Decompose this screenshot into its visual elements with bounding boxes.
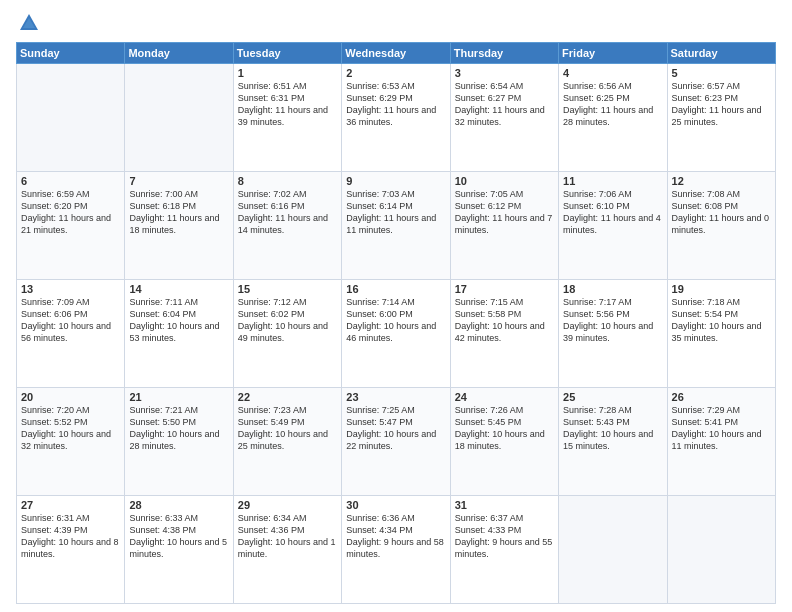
week-row-3: 20Sunrise: 7:20 AMSunset: 5:52 PMDayligh… <box>17 388 776 496</box>
day-number: 23 <box>346 391 445 403</box>
calendar-cell: 19Sunrise: 7:18 AMSunset: 5:54 PMDayligh… <box>667 280 775 388</box>
calendar-cell: 20Sunrise: 7:20 AMSunset: 5:52 PMDayligh… <box>17 388 125 496</box>
day-info: Sunrise: 6:31 AMSunset: 4:39 PMDaylight:… <box>21 512 120 561</box>
calendar-cell: 18Sunrise: 7:17 AMSunset: 5:56 PMDayligh… <box>559 280 667 388</box>
day-info: Sunrise: 6:59 AMSunset: 6:20 PMDaylight:… <box>21 188 120 237</box>
day-info: Sunrise: 6:56 AMSunset: 6:25 PMDaylight:… <box>563 80 662 129</box>
day-info: Sunrise: 7:18 AMSunset: 5:54 PMDaylight:… <box>672 296 771 345</box>
day-info: Sunrise: 7:21 AMSunset: 5:50 PMDaylight:… <box>129 404 228 453</box>
day-info: Sunrise: 7:09 AMSunset: 6:06 PMDaylight:… <box>21 296 120 345</box>
calendar-cell: 9Sunrise: 7:03 AMSunset: 6:14 PMDaylight… <box>342 172 450 280</box>
day-number: 27 <box>21 499 120 511</box>
day-info: Sunrise: 7:28 AMSunset: 5:43 PMDaylight:… <box>563 404 662 453</box>
weekday-header-friday: Friday <box>559 43 667 64</box>
weekday-header-sunday: Sunday <box>17 43 125 64</box>
calendar-cell: 28Sunrise: 6:33 AMSunset: 4:38 PMDayligh… <box>125 496 233 604</box>
page: SundayMondayTuesdayWednesdayThursdayFrid… <box>0 0 792 612</box>
calendar-cell: 24Sunrise: 7:26 AMSunset: 5:45 PMDayligh… <box>450 388 558 496</box>
calendar-cell: 30Sunrise: 6:36 AMSunset: 4:34 PMDayligh… <box>342 496 450 604</box>
calendar-cell: 3Sunrise: 6:54 AMSunset: 6:27 PMDaylight… <box>450 64 558 172</box>
weekday-header-monday: Monday <box>125 43 233 64</box>
calendar-cell: 13Sunrise: 7:09 AMSunset: 6:06 PMDayligh… <box>17 280 125 388</box>
calendar-cell <box>667 496 775 604</box>
calendar-cell: 7Sunrise: 7:00 AMSunset: 6:18 PMDaylight… <box>125 172 233 280</box>
day-number: 9 <box>346 175 445 187</box>
calendar-cell: 26Sunrise: 7:29 AMSunset: 5:41 PMDayligh… <box>667 388 775 496</box>
calendar-cell <box>17 64 125 172</box>
day-number: 2 <box>346 67 445 79</box>
day-info: Sunrise: 6:51 AMSunset: 6:31 PMDaylight:… <box>238 80 337 129</box>
day-number: 7 <box>129 175 228 187</box>
day-number: 30 <box>346 499 445 511</box>
calendar-cell: 16Sunrise: 7:14 AMSunset: 6:00 PMDayligh… <box>342 280 450 388</box>
calendar-cell: 12Sunrise: 7:08 AMSunset: 6:08 PMDayligh… <box>667 172 775 280</box>
day-info: Sunrise: 7:00 AMSunset: 6:18 PMDaylight:… <box>129 188 228 237</box>
calendar-cell: 29Sunrise: 6:34 AMSunset: 4:36 PMDayligh… <box>233 496 341 604</box>
day-info: Sunrise: 6:36 AMSunset: 4:34 PMDaylight:… <box>346 512 445 561</box>
day-info: Sunrise: 7:02 AMSunset: 6:16 PMDaylight:… <box>238 188 337 237</box>
day-number: 26 <box>672 391 771 403</box>
calendar: SundayMondayTuesdayWednesdayThursdayFrid… <box>16 42 776 604</box>
day-number: 17 <box>455 283 554 295</box>
calendar-cell: 6Sunrise: 6:59 AMSunset: 6:20 PMDaylight… <box>17 172 125 280</box>
day-number: 1 <box>238 67 337 79</box>
day-info: Sunrise: 7:29 AMSunset: 5:41 PMDaylight:… <box>672 404 771 453</box>
day-info: Sunrise: 6:53 AMSunset: 6:29 PMDaylight:… <box>346 80 445 129</box>
day-number: 28 <box>129 499 228 511</box>
calendar-cell: 10Sunrise: 7:05 AMSunset: 6:12 PMDayligh… <box>450 172 558 280</box>
day-number: 19 <box>672 283 771 295</box>
day-info: Sunrise: 7:12 AMSunset: 6:02 PMDaylight:… <box>238 296 337 345</box>
calendar-cell: 15Sunrise: 7:12 AMSunset: 6:02 PMDayligh… <box>233 280 341 388</box>
calendar-cell: 27Sunrise: 6:31 AMSunset: 4:39 PMDayligh… <box>17 496 125 604</box>
day-number: 22 <box>238 391 337 403</box>
day-info: Sunrise: 6:34 AMSunset: 4:36 PMDaylight:… <box>238 512 337 561</box>
calendar-cell: 21Sunrise: 7:21 AMSunset: 5:50 PMDayligh… <box>125 388 233 496</box>
calendar-cell: 17Sunrise: 7:15 AMSunset: 5:58 PMDayligh… <box>450 280 558 388</box>
calendar-cell: 23Sunrise: 7:25 AMSunset: 5:47 PMDayligh… <box>342 388 450 496</box>
day-info: Sunrise: 7:15 AMSunset: 5:58 PMDaylight:… <box>455 296 554 345</box>
day-info: Sunrise: 7:26 AMSunset: 5:45 PMDaylight:… <box>455 404 554 453</box>
day-number: 11 <box>563 175 662 187</box>
calendar-cell: 22Sunrise: 7:23 AMSunset: 5:49 PMDayligh… <box>233 388 341 496</box>
day-number: 21 <box>129 391 228 403</box>
day-info: Sunrise: 7:20 AMSunset: 5:52 PMDaylight:… <box>21 404 120 453</box>
day-info: Sunrise: 6:33 AMSunset: 4:38 PMDaylight:… <box>129 512 228 561</box>
day-info: Sunrise: 6:54 AMSunset: 6:27 PMDaylight:… <box>455 80 554 129</box>
day-info: Sunrise: 7:23 AMSunset: 5:49 PMDaylight:… <box>238 404 337 453</box>
day-number: 24 <box>455 391 554 403</box>
calendar-cell: 25Sunrise: 7:28 AMSunset: 5:43 PMDayligh… <box>559 388 667 496</box>
day-number: 3 <box>455 67 554 79</box>
weekday-header-row: SundayMondayTuesdayWednesdayThursdayFrid… <box>17 43 776 64</box>
weekday-header-wednesday: Wednesday <box>342 43 450 64</box>
calendar-cell: 1Sunrise: 6:51 AMSunset: 6:31 PMDaylight… <box>233 64 341 172</box>
calendar-cell: 14Sunrise: 7:11 AMSunset: 6:04 PMDayligh… <box>125 280 233 388</box>
weekday-header-saturday: Saturday <box>667 43 775 64</box>
calendar-cell: 11Sunrise: 7:06 AMSunset: 6:10 PMDayligh… <box>559 172 667 280</box>
day-number: 16 <box>346 283 445 295</box>
day-number: 8 <box>238 175 337 187</box>
day-number: 13 <box>21 283 120 295</box>
weekday-header-tuesday: Tuesday <box>233 43 341 64</box>
day-number: 15 <box>238 283 337 295</box>
day-info: Sunrise: 7:17 AMSunset: 5:56 PMDaylight:… <box>563 296 662 345</box>
logo-icon <box>18 12 40 34</box>
week-row-1: 6Sunrise: 6:59 AMSunset: 6:20 PMDaylight… <box>17 172 776 280</box>
day-info: Sunrise: 6:37 AMSunset: 4:33 PMDaylight:… <box>455 512 554 561</box>
day-info: Sunrise: 6:57 AMSunset: 6:23 PMDaylight:… <box>672 80 771 129</box>
logo <box>16 12 40 34</box>
week-row-2: 13Sunrise: 7:09 AMSunset: 6:06 PMDayligh… <box>17 280 776 388</box>
header <box>16 12 776 34</box>
day-info: Sunrise: 7:05 AMSunset: 6:12 PMDaylight:… <box>455 188 554 237</box>
calendar-cell: 4Sunrise: 6:56 AMSunset: 6:25 PMDaylight… <box>559 64 667 172</box>
calendar-cell: 8Sunrise: 7:02 AMSunset: 6:16 PMDaylight… <box>233 172 341 280</box>
week-row-0: 1Sunrise: 6:51 AMSunset: 6:31 PMDaylight… <box>17 64 776 172</box>
week-row-4: 27Sunrise: 6:31 AMSunset: 4:39 PMDayligh… <box>17 496 776 604</box>
day-info: Sunrise: 7:11 AMSunset: 6:04 PMDaylight:… <box>129 296 228 345</box>
day-number: 31 <box>455 499 554 511</box>
day-number: 20 <box>21 391 120 403</box>
day-number: 14 <box>129 283 228 295</box>
calendar-cell: 2Sunrise: 6:53 AMSunset: 6:29 PMDaylight… <box>342 64 450 172</box>
day-number: 10 <box>455 175 554 187</box>
calendar-cell: 5Sunrise: 6:57 AMSunset: 6:23 PMDaylight… <box>667 64 775 172</box>
day-info: Sunrise: 7:14 AMSunset: 6:00 PMDaylight:… <box>346 296 445 345</box>
